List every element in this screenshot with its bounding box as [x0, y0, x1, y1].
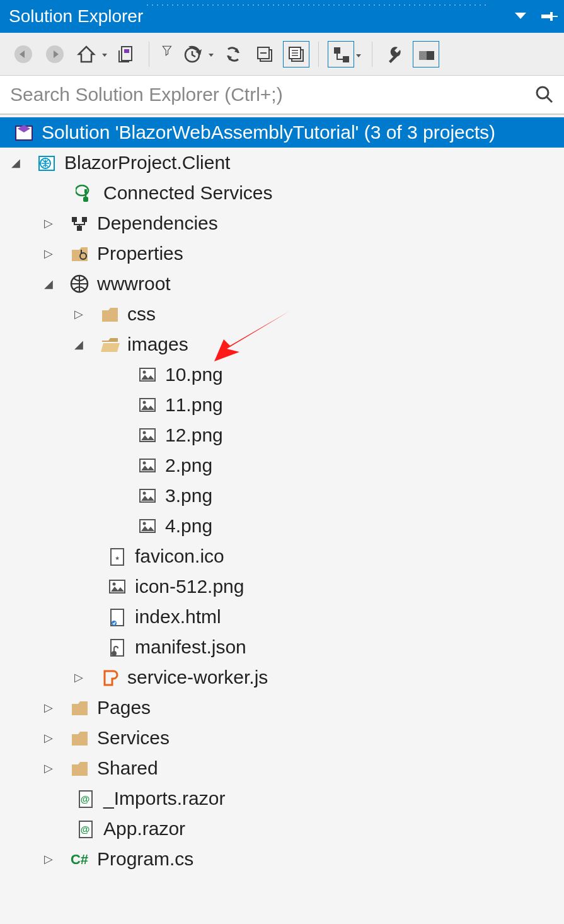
image-file-icon [136, 515, 159, 537]
expander-icon[interactable]: ▷ [71, 307, 87, 321]
folder-icon [98, 303, 121, 325]
file-node[interactable]: favicon.ico [0, 541, 564, 571]
file-label: 10.png [165, 364, 223, 385]
dependencies-icon [68, 212, 91, 235]
image-file-icon [136, 454, 159, 477]
expander-icon[interactable]: ◢ [71, 337, 87, 351]
file-nesting-button[interactable] [328, 41, 354, 67]
expander-icon[interactable]: ▷ [40, 247, 57, 260]
connected-services-node[interactable]: Connected Services [0, 178, 564, 208]
razor-file-icon [74, 787, 97, 810]
search-icon[interactable] [535, 85, 554, 104]
dependencies-node[interactable]: ▷ Dependencies [0, 208, 564, 238]
search-input[interactable] [10, 84, 535, 105]
solution-tree: Solution 'BlazorWebAssemblyTutorial' (3 … [0, 115, 564, 877]
file-label: 2.png [165, 455, 212, 476]
nav-back-button[interactable] [10, 41, 37, 67]
file-label: 3.png [165, 485, 212, 506]
properties-button[interactable] [381, 41, 408, 67]
shared-folder-node[interactable]: ▷ Shared [0, 753, 564, 783]
solution-node[interactable]: Solution 'BlazorWebAssemblyTutorial' (3 … [0, 117, 564, 148]
expander-icon[interactable]: ▷ [40, 761, 57, 775]
solution-icon [13, 121, 35, 144]
preview-button[interactable] [413, 41, 439, 67]
file-node[interactable]: 11.png [0, 390, 564, 420]
folder-icon [68, 727, 91, 749]
panel-title: Solution Explorer [9, 6, 143, 26]
properties-folder-icon [68, 242, 91, 265]
html-file-icon [106, 605, 129, 628]
home-button[interactable] [73, 41, 100, 67]
file-node[interactable]: icon-512.png [0, 571, 564, 602]
title-bar: Solution Explorer [0, 0, 564, 33]
window-dropdown-icon[interactable] [514, 11, 527, 21]
pending-changes-button[interactable] [180, 41, 206, 67]
file-label: 4.png [165, 515, 212, 537]
folder-icon [68, 696, 91, 719]
file-node[interactable]: 3.png [0, 481, 564, 511]
expander-icon[interactable]: ▷ [40, 852, 57, 866]
nav-forward-button[interactable] [42, 41, 68, 67]
csharp-file-icon [68, 848, 91, 870]
file-node[interactable]: 2.png [0, 450, 564, 481]
image-file-icon [136, 363, 159, 386]
file-node[interactable]: 4.png [0, 511, 564, 541]
annotation-arrow [208, 308, 296, 365]
folder-icon [68, 757, 91, 780]
file-node[interactable]: index.html [0, 602, 564, 632]
folder-open-icon [98, 333, 121, 356]
properties-node[interactable]: ▷ Properties [0, 238, 564, 269]
connected-services-icon [74, 182, 97, 204]
svg-rect-37 [553, 16, 558, 17]
service-worker-node[interactable]: ▷ service-worker.js [0, 662, 564, 693]
switch-views-button[interactable] [113, 41, 140, 67]
file-label: 11.png [165, 394, 223, 416]
json-file-icon [106, 636, 129, 658]
pages-folder-node[interactable]: ▷ Pages [0, 693, 564, 723]
file-node[interactable]: App.razor [0, 814, 564, 844]
ico-file-icon [106, 545, 129, 568]
services-folder-node[interactable]: ▷ Services [0, 723, 564, 753]
project-node[interactable]: ◢ BlazorProject.Client [0, 148, 564, 178]
razor-file-icon [74, 817, 97, 840]
expander-icon[interactable]: ▷ [40, 701, 57, 715]
image-file-icon [136, 394, 159, 416]
image-file-icon [136, 484, 159, 507]
csproj-icon [35, 151, 58, 174]
file-label: 12.png [165, 424, 223, 446]
globe-icon [68, 272, 91, 295]
program-cs-node[interactable]: ▷ Program.cs [0, 844, 564, 874]
expander-icon[interactable]: ▷ [71, 670, 87, 684]
project-label: BlazorProject.Client [64, 152, 230, 173]
expander-icon[interactable]: ▷ [40, 216, 57, 230]
image-file-icon [136, 424, 159, 447]
expander-icon[interactable]: ◢ [40, 277, 57, 291]
file-node[interactable]: manifest.json [0, 632, 564, 662]
file-node[interactable]: _Imports.razor [0, 783, 564, 814]
js-file-icon [98, 666, 121, 689]
filter-button[interactable] [158, 41, 175, 67]
image-file-icon [106, 575, 129, 598]
collapse-all-button[interactable] [251, 41, 278, 67]
file-node[interactable]: 12.png [0, 420, 564, 450]
wwwroot-node[interactable]: ◢ wwwroot [0, 269, 564, 299]
sync-button[interactable] [220, 41, 246, 67]
expander-icon[interactable]: ▷ [40, 731, 57, 745]
search-row [0, 76, 564, 115]
grip[interactable] [145, 3, 488, 9]
expander-icon[interactable]: ◢ [8, 156, 24, 170]
pin-icon[interactable] [541, 10, 558, 23]
svg-rect-36 [550, 12, 553, 21]
toolbar [0, 33, 564, 76]
svg-point-38 [537, 87, 548, 98]
show-all-files-button[interactable] [283, 41, 309, 67]
solution-label: Solution 'BlazorWebAssemblyTutorial' (3 … [42, 122, 495, 143]
